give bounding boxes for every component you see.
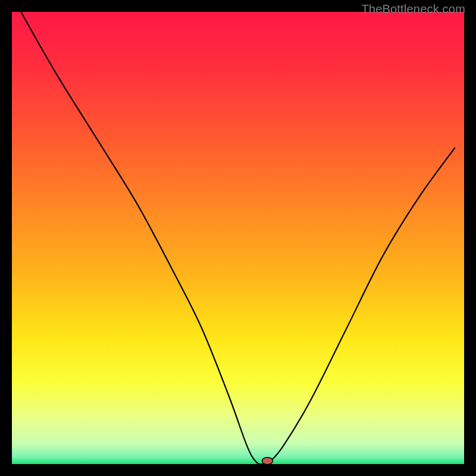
chart-svg (12, 12, 464, 464)
chart-frame: TheBottleneck.com (0, 0, 476, 476)
gradient-background (12, 12, 464, 464)
chart-plot-area (12, 12, 464, 464)
optimal-point-marker (262, 458, 273, 464)
watermark-text: TheBottleneck.com (361, 2, 465, 16)
